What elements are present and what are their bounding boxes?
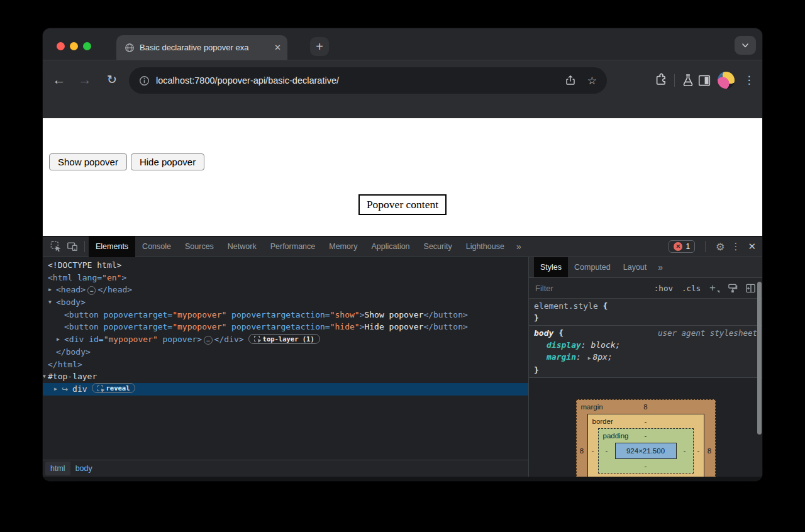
top-layer-badge[interactable]: top-layer (1) (248, 334, 320, 344)
css-property-value: 8px (592, 352, 607, 362)
styles-scrollbar[interactable] (757, 282, 762, 435)
element-style-rule[interactable]: element.style { } (529, 299, 762, 326)
flask-icon[interactable] (680, 72, 696, 89)
code-token: <button (64, 322, 99, 331)
toggle-pseudo-state-button[interactable]: :hov (654, 284, 673, 293)
dom-tree-line[interactable]: </body> (43, 346, 528, 358)
margin-left-value: 8 (577, 447, 587, 455)
box-model-margin[interactable]: margin 8 8 border - - (576, 399, 716, 477)
expand-shorthand-icon[interactable]: ▶ (588, 355, 591, 361)
dom-tree-line[interactable]: ▶<head>…</head> (43, 284, 528, 296)
show-popover-button[interactable]: Show popover (49, 153, 127, 170)
code-token: popovertargetaction= (226, 310, 330, 319)
more-styles-tabs-icon[interactable]: » (653, 262, 668, 272)
badge-inspect-icon (254, 336, 260, 341)
expand-inline-icon[interactable]: … (204, 336, 212, 345)
styles-tab-computed[interactable]: Computed (568, 257, 617, 277)
devtools-close-icon[interactable]: ✕ (748, 241, 756, 252)
reveal-badge[interactable]: reveal (92, 383, 136, 393)
url-bar[interactable]: localhost:7800/popover-api/basic-declara… (129, 67, 607, 94)
new-style-rule-button[interactable]: + (709, 282, 719, 294)
browser-menu-kebab-icon[interactable]: ⋮ (740, 74, 758, 87)
breadcrumb-html[interactable]: html (45, 462, 70, 475)
forward-button[interactable]: → (77, 72, 93, 87)
rendering-emulation-icon[interactable] (727, 283, 738, 294)
devtools-tab-network[interactable]: Network (221, 236, 264, 257)
expand-inline-icon[interactable]: … (87, 286, 96, 295)
fullscreen-window-button[interactable] (83, 42, 91, 50)
devtools-panel: ElementsConsoleSourcesNetworkPerformance… (43, 236, 762, 481)
dom-tree-line[interactable]: <!DOCTYPE html> (43, 259, 528, 272)
code-token: popovertarget= (99, 310, 172, 319)
devtools-tab-performance[interactable]: Performance (264, 236, 323, 257)
console-error-badge[interactable]: ✕ 1 (669, 240, 695, 253)
css-declaration-margin[interactable]: margin: ▶8px; (529, 351, 762, 364)
expand-arrow-icon[interactable]: ▶ (57, 333, 60, 346)
browser-window: Basic declarative popover exa ✕ + ← → ↻ … (43, 28, 762, 481)
hide-popover-button[interactable]: Hide popover (131, 153, 204, 170)
styles-tab-styles[interactable]: Styles (534, 257, 568, 277)
bookmark-star-icon[interactable]: ☆ (587, 74, 597, 87)
window-bottom-edge (43, 477, 762, 481)
more-tabs-icon[interactable]: » (511, 241, 526, 252)
dom-tree-line[interactable]: <button popovertarget="mypopover" popove… (43, 309, 528, 321)
collapse-arrow-icon[interactable]: ▼ (43, 370, 46, 383)
code-token: </button> (423, 322, 467, 331)
box-model-padding[interactable]: padding - - 924×21.500 - - (598, 428, 694, 474)
breadcrumb-body[interactable]: body (70, 462, 97, 475)
dom-tree: <!DOCTYPE html><html lang="en">▶<head>…<… (43, 257, 528, 460)
toggle-class-button[interactable]: .cls (682, 284, 701, 293)
new-tab-button[interactable]: + (310, 37, 329, 56)
devtools-tab-console[interactable]: Console (135, 236, 178, 257)
dom-tree-line[interactable]: </html> (43, 358, 528, 371)
device-toolbar-icon[interactable] (64, 238, 80, 255)
box-model-border[interactable]: border - - padding - (587, 414, 704, 477)
css-declaration-display[interactable]: display: block; (529, 339, 762, 351)
devtools-tab-security[interactable]: Security (417, 236, 459, 257)
devtools-tab-memory[interactable]: Memory (322, 236, 364, 257)
browser-tab[interactable]: Basic declarative popover exa ✕ (116, 35, 287, 60)
site-info-icon[interactable] (139, 75, 150, 86)
toolbar-divider (705, 241, 706, 252)
devtools-menu-kebab-icon[interactable]: ⋮ (731, 241, 740, 252)
dom-tree-line[interactable]: ▼<body> (43, 296, 528, 309)
devtools-tab-sources[interactable]: Sources (178, 236, 221, 257)
error-count: 1 (686, 242, 690, 251)
code-token: <body> (56, 297, 86, 307)
devtools-tab-lighthouse[interactable]: Lighthouse (459, 236, 511, 257)
box-model-content[interactable]: 924×21.500 (615, 443, 677, 459)
close-window-button[interactable] (57, 42, 65, 50)
inspect-element-icon[interactable] (48, 238, 64, 255)
dom-tree-line[interactable]: <html lang="en"> (43, 272, 528, 284)
expand-arrow-icon[interactable]: ▶ (54, 383, 57, 396)
dom-tree-line[interactable]: ▶↪divreveal (43, 383, 528, 396)
expand-arrow-icon[interactable]: ▶ (48, 284, 52, 296)
devtools-tab-elements[interactable]: Elements (89, 236, 135, 257)
side-panel-icon[interactable] (696, 72, 713, 89)
dom-tree-line[interactable]: ▼#top-layer (43, 370, 528, 383)
code-token: </button> (423, 310, 467, 319)
styles-filter-input[interactable]: Filter (535, 284, 645, 293)
rule-selector[interactable]: body (534, 328, 553, 338)
dom-tree-line[interactable]: ▶<div id="mypopover" popover>…</div>top-… (43, 333, 528, 346)
collapse-arrow-icon[interactable]: ▼ (48, 296, 52, 309)
code-token: "show" (330, 310, 360, 319)
extensions-puzzle-icon[interactable] (653, 72, 669, 89)
dom-tree-line[interactable]: <button popovertarget="mypopover" popove… (43, 321, 528, 333)
devtools-tab-application[interactable]: Application (364, 236, 416, 257)
minimize-window-button[interactable] (70, 42, 78, 50)
code-token: lang= (72, 273, 102, 282)
devtools-settings-gear-icon[interactable]: ⚙ (716, 241, 724, 253)
body-style-rule[interactable]: body { user agent stylesheet display: bl… (529, 326, 762, 378)
back-button[interactable]: ← (51, 72, 67, 87)
share-icon[interactable] (565, 75, 576, 86)
computed-pane-toggle-icon[interactable] (745, 283, 756, 294)
css-property-value: block (591, 340, 615, 350)
profile-avatar[interactable] (718, 72, 735, 89)
tab-close-icon[interactable]: ✕ (274, 43, 281, 52)
url-text[interactable]: localhost:7800/popover-api/basic-declara… (156, 75, 565, 86)
reload-button[interactable]: ↻ (104, 72, 120, 87)
rule-selector[interactable]: element.style (534, 301, 598, 311)
tab-search-button[interactable] (735, 36, 756, 55)
styles-tab-layout[interactable]: Layout (617, 257, 653, 277)
